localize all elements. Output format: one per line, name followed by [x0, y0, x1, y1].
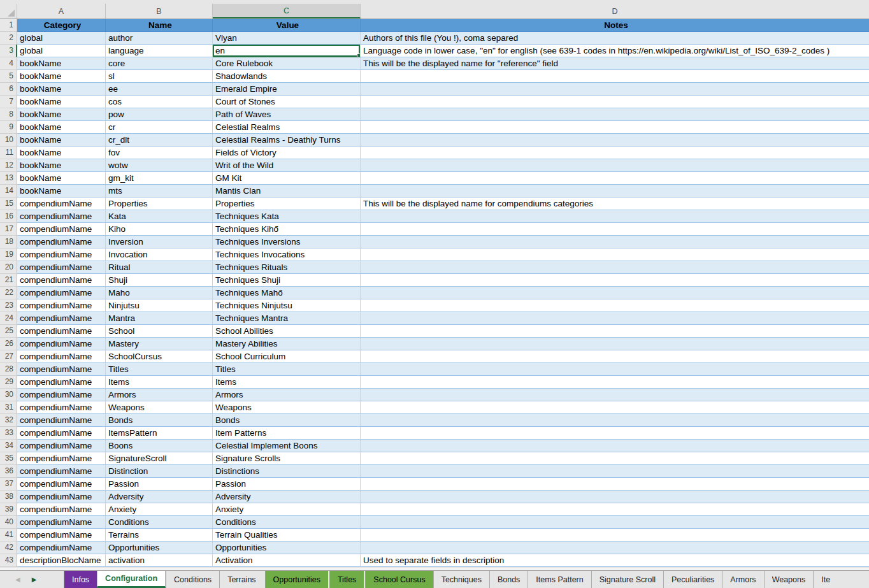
- cell-C9[interactable]: Celestial Realms: [213, 121, 361, 134]
- cell-A29[interactable]: compendiumName: [17, 376, 106, 389]
- cell-D41[interactable]: [361, 529, 869, 541]
- cell-B33[interactable]: ItemsPattern: [106, 427, 213, 440]
- sheet-tab-peculiarities[interactable]: Peculiarities: [663, 571, 722, 588]
- cell-B7[interactable]: cos: [106, 96, 213, 108]
- row-header-10[interactable]: 10: [0, 134, 17, 147]
- cell-D19[interactable]: [361, 248, 869, 261]
- row-header-2[interactable]: 2: [0, 32, 17, 45]
- column-header-A[interactable]: A: [17, 4, 106, 18]
- sheet-nav-left-icon[interactable]: ◀: [15, 577, 20, 583]
- sheet-tab-school-cursus[interactable]: School Cursus: [365, 571, 433, 588]
- cell-C36[interactable]: Distinctions: [213, 465, 361, 478]
- row-header-32[interactable]: 32: [0, 414, 17, 427]
- cell-A23[interactable]: compendiumName: [17, 299, 106, 312]
- row-header-21[interactable]: 21: [0, 274, 17, 287]
- cell-A5[interactable]: bookName: [17, 70, 106, 83]
- cell-D17[interactable]: [361, 223, 869, 236]
- row-header-3[interactable]: 3: [0, 45, 17, 57]
- cell-B24[interactable]: Mantra: [106, 312, 213, 325]
- row-header-26[interactable]: 26: [0, 338, 17, 350]
- cell-B40[interactable]: Conditions: [106, 516, 213, 529]
- row-header-17[interactable]: 17: [0, 223, 17, 236]
- column-header-D[interactable]: D: [361, 4, 869, 18]
- row-header-18[interactable]: 18: [0, 236, 17, 248]
- cell-D7[interactable]: [361, 96, 869, 108]
- cell-A19[interactable]: compendiumName: [17, 248, 106, 261]
- cell-C23[interactable]: Techniques Ninjutsu: [213, 299, 361, 312]
- row-header-23[interactable]: 23: [0, 299, 17, 312]
- sheet-tab-armors[interactable]: Armors: [722, 571, 763, 588]
- cell-A31[interactable]: compendiumName: [17, 401, 106, 414]
- cell-A2[interactable]: global: [17, 32, 106, 45]
- cell-A39[interactable]: compendiumName: [17, 503, 106, 516]
- cell-A18[interactable]: compendiumName: [17, 236, 106, 248]
- cell-B29[interactable]: Items: [106, 376, 213, 389]
- cell-C32[interactable]: Bonds: [213, 414, 361, 427]
- cell-A7[interactable]: bookName: [17, 96, 106, 108]
- cell-B32[interactable]: Bonds: [106, 414, 213, 427]
- cell-A12[interactable]: bookName: [17, 159, 106, 172]
- cell-C26[interactable]: Mastery Abilities: [213, 338, 361, 350]
- cell-C13[interactable]: GM Kit: [213, 172, 361, 185]
- header-cell-B1[interactable]: Name: [106, 19, 213, 32]
- cell-D5[interactable]: [361, 70, 869, 83]
- row-header-16[interactable]: 16: [0, 210, 17, 223]
- cell-B43[interactable]: activation: [106, 554, 213, 567]
- cell-C20[interactable]: Techniques Rituals: [213, 261, 361, 274]
- cell-D15[interactable]: This will be the displayed name for comp…: [361, 197, 869, 210]
- cell-D24[interactable]: [361, 312, 869, 325]
- row-header-9[interactable]: 9: [0, 121, 17, 134]
- cell-A16[interactable]: compendiumName: [17, 210, 106, 223]
- cell-B2[interactable]: author: [106, 32, 213, 45]
- cell-D13[interactable]: [361, 172, 869, 185]
- cell-D16[interactable]: [361, 210, 869, 223]
- cell-A14[interactable]: bookName: [17, 185, 106, 197]
- sheet-tab-bonds[interactable]: Bonds: [489, 571, 528, 588]
- cell-B27[interactable]: SchoolCursus: [106, 350, 213, 363]
- cell-C25[interactable]: School Abilities: [213, 325, 361, 338]
- row-header-8[interactable]: 8: [0, 108, 17, 121]
- cell-D11[interactable]: [361, 147, 869, 159]
- cell-C29[interactable]: Items: [213, 376, 361, 389]
- cell-D8[interactable]: [361, 108, 869, 121]
- cell-B22[interactable]: Maho: [106, 287, 213, 299]
- fill-handle[interactable]: [357, 54, 361, 57]
- cell-B6[interactable]: ee: [106, 83, 213, 96]
- cell-C8[interactable]: Path of Waves: [213, 108, 361, 121]
- cell-B13[interactable]: gm_kit: [106, 172, 213, 185]
- sheet-tab-techniques[interactable]: Techniques: [433, 571, 489, 588]
- cell-A38[interactable]: compendiumName: [17, 491, 106, 503]
- cell-B21[interactable]: Shuji: [106, 274, 213, 287]
- cell-D9[interactable]: [361, 121, 869, 134]
- cell-C43[interactable]: Activation: [213, 554, 361, 567]
- cell-C14[interactable]: Mantis Clan: [213, 185, 361, 197]
- cell-A22[interactable]: compendiumName: [17, 287, 106, 299]
- row-header-11[interactable]: 11: [0, 147, 17, 159]
- cell-C19[interactable]: Techniques Invocations: [213, 248, 361, 261]
- cell-D25[interactable]: [361, 325, 869, 338]
- cell-A15[interactable]: compendiumName: [17, 197, 106, 210]
- cell-A36[interactable]: compendiumName: [17, 465, 106, 478]
- row-header-38[interactable]: 38: [0, 491, 17, 503]
- cell-C37[interactable]: Passion: [213, 478, 361, 491]
- cell-B14[interactable]: mts: [106, 185, 213, 197]
- cell-B23[interactable]: Ninjutsu: [106, 299, 213, 312]
- cell-C35[interactable]: Signature Scrolls: [213, 452, 361, 465]
- cell-B4[interactable]: core: [106, 57, 213, 70]
- sheet-tab-infos[interactable]: Infos: [64, 571, 97, 588]
- cell-A33[interactable]: compendiumName: [17, 427, 106, 440]
- sheet-nav-right-icon[interactable]: ▶: [32, 577, 37, 583]
- cell-C17[interactable]: Techniques Kihő: [213, 223, 361, 236]
- cell-C34[interactable]: Celestial Implement Boons: [213, 440, 361, 452]
- cell-B26[interactable]: Mastery: [106, 338, 213, 350]
- row-header-15[interactable]: 15: [0, 197, 17, 210]
- cell-C2[interactable]: Vlyan: [213, 32, 361, 45]
- cell-B36[interactable]: Distinction: [106, 465, 213, 478]
- cell-D34[interactable]: [361, 440, 869, 452]
- cell-D12[interactable]: [361, 159, 869, 172]
- cell-A25[interactable]: compendiumName: [17, 325, 106, 338]
- cell-D10[interactable]: [361, 134, 869, 147]
- row-header-41[interactable]: 41: [0, 529, 17, 541]
- cell-B34[interactable]: Boons: [106, 440, 213, 452]
- row-header-19[interactable]: 19: [0, 248, 17, 261]
